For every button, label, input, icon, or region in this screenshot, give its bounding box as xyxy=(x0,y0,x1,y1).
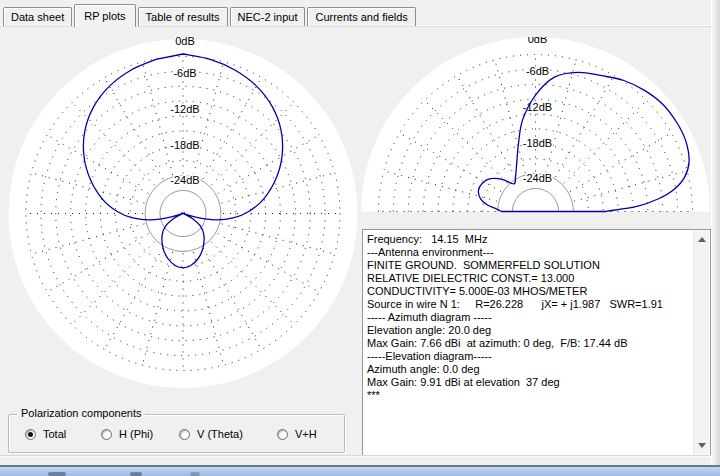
triangle-up-icon xyxy=(698,237,706,242)
taskbar-item-fragment xyxy=(130,472,142,476)
ring-label: -18dB xyxy=(523,137,552,149)
triangle-down-icon xyxy=(698,443,706,448)
taskbar-strip xyxy=(0,465,720,476)
ring-label: -6dB xyxy=(173,67,196,79)
ring-label: -12dB xyxy=(523,101,552,113)
radio-option-v-h[interactable]: V+H xyxy=(277,428,317,440)
scroll-down-button[interactable] xyxy=(694,438,709,453)
ring-label: -24dB xyxy=(170,174,199,186)
ring-label: -12dB xyxy=(170,103,199,115)
report-line: Source in wire N 1: R=26.228 jX= + j1.98… xyxy=(367,298,692,311)
ring-label: 0dB xyxy=(528,37,548,45)
polarization-groupbox-title: Polarization components xyxy=(17,407,145,419)
report-line: Frequency: 14.15 MHz xyxy=(367,233,692,246)
report-line: Max Gain: 7.66 dBi at azimuth: 0 deg, F/… xyxy=(367,337,692,350)
report-line: FINITE GROUND. SOMMERFELD SOLUTION xyxy=(367,259,692,272)
tab-data-sheet[interactable]: Data sheet xyxy=(3,7,72,26)
ring-label: -18dB xyxy=(170,139,199,151)
radio-label: H (Phi) xyxy=(119,428,153,440)
report-line: ---Antenna environment--- xyxy=(367,246,692,259)
radio-icon-v-theta[interactable] xyxy=(179,429,190,440)
ring-label: -24dB xyxy=(523,172,552,184)
report-line: Azimuth angle: 0.0 deg xyxy=(367,363,692,376)
scroll-up-button[interactable] xyxy=(694,232,709,247)
rp-plots-window: { "tabs": [ {"label": "Data sheet", "act… xyxy=(0,0,720,476)
radio-label: V+H xyxy=(295,428,317,440)
report-line: ----- Azimuth diagram ----- xyxy=(367,311,692,324)
radio-option-v-theta[interactable]: V (Theta) xyxy=(179,428,243,440)
tab-nec2-input[interactable]: NEC-2 input xyxy=(230,7,306,26)
report-line: *** xyxy=(367,389,692,402)
tab-table-of-results[interactable]: Table of results xyxy=(138,7,228,26)
taskbar-item-fragment xyxy=(190,472,200,476)
azimuth-polar-plot: 0dB-6dB-12dB-18dB-24dB xyxy=(6,37,360,391)
radio-label: Total xyxy=(43,428,66,440)
plot-disc xyxy=(361,37,710,212)
report-line: RELATIVE DIELECTRIC CONST.= 13.000 xyxy=(367,272,692,285)
tab-strip: Data sheet RP plots Table of results NEC… xyxy=(0,0,710,26)
results-report-panel: Frequency: 14.15 MHz---Antenna environme… xyxy=(362,229,711,456)
elevation-polar-plot: 0dB-6dB-12dB-18dB-24dB xyxy=(361,37,711,214)
report-scrollbar[interactable] xyxy=(693,231,709,454)
report-line: -----Elevation diagram----- xyxy=(367,350,692,363)
tab-currents-and-fields[interactable]: Currents and fields xyxy=(307,7,415,26)
window-right-border xyxy=(711,0,720,466)
report-line: Max Gain: 9.91 dBi at elevation 37 deg xyxy=(367,376,692,389)
report-text: Frequency: 14.15 MHz---Antenna environme… xyxy=(367,233,692,453)
radio-option-total[interactable]: Total xyxy=(25,428,66,440)
report-line: Elevation angle: 20.0 deg xyxy=(367,324,692,337)
taskbar-item-fragment xyxy=(48,472,66,476)
tab-rp-plots[interactable]: RP plots xyxy=(74,4,135,27)
report-line: CONDUCTIVITY= 5.000E-03 MHOS/METER xyxy=(367,285,692,298)
ring-label: -6dB xyxy=(526,65,549,77)
radio-icon-v-h[interactable] xyxy=(277,429,288,440)
radio-label: V (Theta) xyxy=(197,428,243,440)
radio-icon-h-phi[interactable] xyxy=(101,429,112,440)
radio-option-h-phi[interactable]: H (Phi) xyxy=(101,428,153,440)
polarization-groupbox: Polarization components TotalH (Phi)V (T… xyxy=(8,414,345,453)
radio-icon-total[interactable] xyxy=(25,429,36,440)
ring-label: 0dB xyxy=(175,37,195,47)
tab-page-bottom-edge xyxy=(0,455,711,456)
